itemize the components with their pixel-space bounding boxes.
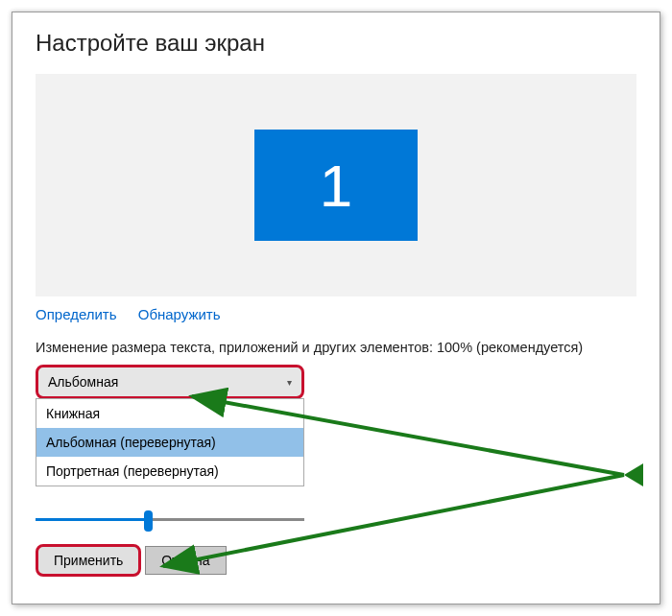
identify-link[interactable]: Определить (36, 306, 117, 322)
orientation-option[interactable]: Книжная (36, 399, 303, 428)
action-buttons: Применить Отмена (36, 544, 636, 577)
orientation-option[interactable]: Альбомная (перевернутая) (36, 428, 303, 457)
orientation-option[interactable]: Портретная (перевернутая) (36, 457, 303, 486)
brightness-label: Настройка уровня яркости (36, 486, 636, 502)
orientation-dropdown[interactable]: Альбомная ▾ Книжная Альбомная (переверну… (36, 365, 304, 486)
orientation-selected[interactable]: Альбомная ▾ (36, 365, 304, 399)
page-title: Настройте ваш экран (36, 30, 636, 57)
slider-fill (36, 518, 151, 521)
apply-button[interactable]: Применить (36, 544, 141, 577)
orientation-selected-text: Альбомная (48, 374, 118, 390)
brightness-slider[interactable] (36, 509, 304, 529)
monitor-action-links: Определить Обнаружить (36, 306, 636, 322)
monitor-preview-area: 1 (36, 74, 636, 296)
orientation-options-list: Книжная Альбомная (перевернутая) Портрет… (36, 398, 304, 486)
monitor-number: 1 (320, 152, 352, 220)
cancel-button[interactable]: Отмена (145, 546, 226, 575)
display-settings-panel: Настройте ваш экран 1 Определить Обнаруж… (12, 12, 660, 604)
slider-thumb[interactable] (144, 510, 153, 532)
scale-label: Изменение размера текста, приложений и д… (36, 340, 636, 355)
monitor-tile-1[interactable]: 1 (254, 130, 418, 241)
detect-link[interactable]: Обнаружить (138, 306, 221, 322)
chevron-down-icon: ▾ (287, 377, 292, 388)
